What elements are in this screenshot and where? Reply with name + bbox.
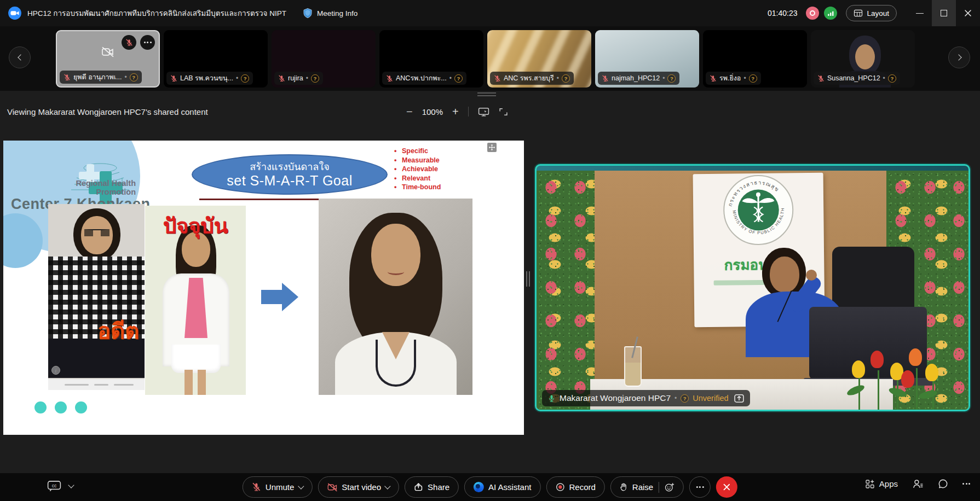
fullscreen-icon[interactable] — [499, 107, 508, 116]
ai-assistant-button[interactable]: AI Assistant — [464, 476, 540, 498]
participant-name: najmah_HPC12 — [612, 74, 660, 82]
participant-tile[interactable]: ANCรพ.ปากพะ... • ? — [379, 30, 483, 88]
layout-button[interactable]: Layout — [846, 5, 897, 21]
unverified-label[interactable]: Unverified — [693, 394, 728, 403]
doctor-photo — [319, 199, 472, 395]
tile-mute-button[interactable] — [122, 35, 136, 50]
leave-meeting-button[interactable] — [716, 476, 737, 498]
unverified-badge[interactable]: ? — [681, 394, 689, 403]
raise-label: Raise — [632, 482, 653, 492]
scroll-right-button[interactable] — [948, 46, 970, 68]
participant-tile[interactable]: รพ.ยิ่งอ • ? — [703, 30, 807, 88]
participant-name: rujira — [288, 74, 303, 82]
move-handle-icon — [487, 143, 497, 152]
apps-grid-icon — [865, 479, 875, 489]
participants-filmstrip: ยุพดี อานุภาพเ... • ? LAB รพ.ควนขนุ... •… — [0, 26, 980, 91]
start-video-label: Start video — [342, 482, 381, 492]
recording-indicator-icon[interactable] — [806, 7, 819, 20]
raise-hand-icon — [620, 482, 628, 492]
smart-goal-ellipse: สร้างแรงบันดาลใจ set S-M-A-R-T Goal — [192, 154, 388, 195]
captions-button[interactable]: cc — [47, 480, 73, 492]
record-label: Record — [569, 482, 595, 492]
ellipse-smart-text: set S-M-A-R-T Goal — [227, 173, 352, 188]
mic-muted-icon — [494, 75, 501, 82]
meeting-info-button[interactable]: Meeting Info — [303, 8, 358, 19]
participants-icon — [912, 479, 924, 489]
dot-separator: • — [306, 75, 308, 81]
share-button[interactable]: Share — [405, 476, 459, 498]
mic-muted-icon — [252, 482, 261, 492]
ai-assistant-icon — [474, 482, 484, 492]
dot-separator: • — [662, 75, 665, 81]
participant-video-face — [855, 44, 875, 69]
network-signal-icon[interactable] — [824, 7, 837, 20]
maximize-button[interactable] — [932, 0, 956, 26]
mic-muted-icon — [386, 75, 393, 82]
layout-grid-icon — [854, 9, 863, 17]
raise-hand-button[interactable]: Raise — [610, 476, 684, 498]
content-divider-handle[interactable] — [526, 271, 530, 287]
apps-button[interactable]: Apps — [865, 479, 898, 489]
unverified-badge: ? — [130, 73, 138, 81]
scroll-left-button[interactable] — [9, 46, 31, 68]
captions-icon: cc — [47, 480, 61, 492]
participant-tile[interactable]: rujira • ? — [272, 30, 376, 88]
filmstrip-resize-handle[interactable] — [477, 92, 496, 96]
participant-tile[interactable]: Susanna_HPC12 • ? — [811, 30, 915, 88]
transition-arrow-icon — [261, 283, 298, 311]
zoom-in-button[interactable]: + — [452, 106, 459, 117]
chat-button[interactable] — [938, 479, 948, 489]
shared-screen-icon[interactable] — [478, 107, 489, 117]
divider — [468, 107, 469, 116]
chevron-down-icon[interactable] — [68, 482, 74, 488]
slide-dots — [34, 401, 87, 413]
share-screen-icon — [414, 482, 423, 492]
chevron-down-icon[interactable] — [384, 483, 390, 489]
tile-more-button[interactable] — [140, 35, 155, 50]
chevron-down-icon[interactable] — [298, 483, 304, 489]
minimize-button[interactable] — [908, 0, 932, 26]
dot-separator: • — [743, 75, 746, 81]
participants-button[interactable] — [912, 479, 924, 489]
participant-name-tag: ยุพดี อานุภาพเ... • ? — [60, 71, 142, 84]
mic-active-icon — [547, 394, 556, 403]
active-speaker-video-tile[interactable]: กระทรวงสาธารณสุข MINISTRY OF PUBLIC HEAL… — [535, 164, 970, 411]
zoom-level[interactable]: 100% — [422, 107, 443, 116]
meeting-timer: 01:40:23 — [768, 9, 798, 18]
participant-tile[interactable]: najmah_HPC12 • ? — [595, 30, 699, 88]
participant-tile[interactable]: ANC รพร.สายบุรี • ? — [487, 30, 591, 88]
close-button[interactable] — [956, 0, 980, 26]
participant-name-tag: ANCรพ.ปากพะ... • ? — [382, 72, 466, 85]
bullet-item: Relevant — [393, 174, 441, 183]
meeting-info-label: Meeting Info — [317, 9, 358, 18]
flower-bouquet — [837, 339, 950, 411]
camera-off-icon — [327, 483, 337, 492]
participant-name-tag: rujira • ? — [274, 72, 323, 85]
title-bar: HPC12 การอบรมพัฒนาศักยภาพทีมบริการคลินิก… — [0, 0, 980, 26]
apps-label: Apps — [879, 479, 898, 488]
participant-name: รพ.ยิ่งอ — [719, 73, 741, 84]
dot-separator: • — [449, 75, 452, 81]
start-video-button[interactable]: Start video — [318, 476, 399, 498]
speaker-face — [770, 257, 799, 293]
more-options-button[interactable] — [962, 483, 970, 485]
layout-label: Layout — [867, 9, 889, 18]
participant-tile[interactable]: LAB รพ.ควนขนุ... • ? — [164, 30, 268, 88]
bullet-item: Measurable — [393, 156, 441, 165]
record-button[interactable]: Record — [546, 476, 604, 498]
after-photo: ปัจจุบัน — [145, 206, 246, 395]
after-caption: ปัจจุบัน — [145, 209, 246, 242]
shared-content-slide: Regional Health Promotion Center 7 Khonk… — [3, 141, 524, 435]
unmute-button[interactable]: Unmute — [243, 476, 313, 498]
participant-tile[interactable]: ยุพดี อานุภาพเ... • ? — [56, 30, 160, 88]
mic-muted-icon — [64, 74, 71, 81]
reactions-smiley-icon[interactable] — [665, 482, 675, 492]
bullet-item: Achievable — [393, 165, 441, 174]
more-button[interactable] — [689, 476, 711, 498]
ministry-seal-icon: กระทรวงสาธารณสุข MINISTRY OF PUBLIC HEAL… — [722, 173, 795, 247]
ellipsis-icon — [962, 483, 970, 485]
zoom-out-button[interactable]: − — [406, 106, 413, 117]
close-x-icon — [723, 483, 731, 491]
video-ceiling-strip — [537, 166, 969, 171]
mic-muted-icon — [710, 75, 717, 82]
